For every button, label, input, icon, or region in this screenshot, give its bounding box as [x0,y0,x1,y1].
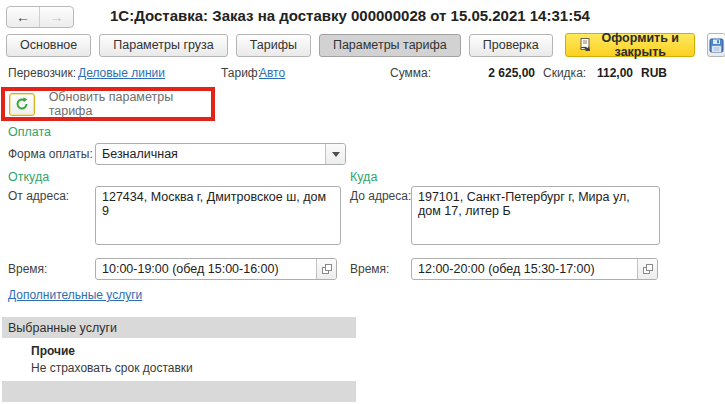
section-to: Куда [350,170,377,184]
selected-services-header-label: Выбранные услуги [8,321,117,335]
to-address-textarea[interactable]: 197101, Санкт-Петербург г, Мира ул, дом … [411,186,660,245]
refresh-tariff-label[interactable]: Обновить параметры тарифа [49,90,211,118]
services-footer-bar [2,381,356,402]
from-address-label: От адреса: [8,189,69,203]
from-time-field [95,258,337,280]
post-document-icon [578,38,593,52]
floppy-disk-icon [709,38,724,53]
sum-label: Сумма: [390,66,431,80]
payment-form-input[interactable] [96,144,325,164]
discount-value: 112,00 [560,66,633,80]
back-arrow-icon[interactable]: ← [7,7,40,27]
to-time-field [411,258,658,280]
refresh-icon [15,97,29,111]
section-from: Откуда [8,170,49,184]
tab-parametry-gruza[interactable]: Параметры груза [99,34,227,57]
submit-button-label: Оформить и закрыть [599,31,682,59]
selected-services-header: Выбранные услуги [2,317,356,338]
open-icon [322,264,332,274]
save-button[interactable] [707,33,725,57]
dropdown-button[interactable] [325,144,345,164]
tariff-label: Тариф: [221,66,261,80]
page-title: 1С:Доставка: Заказ на доставку 000000028… [110,7,590,24]
sum-value: 2 625,00 [445,66,535,80]
to-time-label: Время: [350,262,389,276]
from-time-label: Время: [8,262,47,276]
red-highlight-box: Обновить параметры тарифа [1,87,215,121]
open-icon [643,264,653,274]
tariff-link[interactable]: Авто [259,66,285,80]
carrier-link[interactable]: Деловые линии [78,66,165,80]
chevron-down-icon [332,152,340,157]
open-icon-button[interactable] [637,259,657,279]
refresh-tariff-button[interactable] [9,93,35,116]
to-address-label: До адреса: [350,189,411,203]
command-bar: Основное Параметры груза Тарифы Параметр… [6,33,725,57]
tab-tarify[interactable]: Тарифы [236,34,311,57]
tab-proverka[interactable]: Проверка [469,34,553,57]
from-time-input[interactable] [96,259,316,279]
submit-and-close-button[interactable]: Оформить и закрыть [565,33,695,57]
service-group-label: Прочие [31,344,75,358]
to-time-input[interactable] [412,259,637,279]
payment-form-label: Форма оплаты: [8,147,93,161]
payment-form-field [95,143,346,165]
section-payment: Оплата [8,125,51,139]
forward-arrow-icon[interactable]: → [40,7,73,27]
tab-parametry-tarifa[interactable]: Параметры тарифа [319,34,461,57]
currency-label: RUB [641,66,667,80]
carrier-label: Перевозчик: [8,66,76,80]
extra-services-link[interactable]: Дополнительные услуги [8,288,142,302]
delivery-order-window: ← → 1С:Доставка: Заказ на доставку 00000… [0,0,725,404]
service-item-label: Не страховать срок доставки [31,361,193,375]
tab-osnovnoe[interactable]: Основное [6,34,91,57]
open-icon-button[interactable] [316,259,336,279]
from-address-textarea[interactable]: 127434, Москва г, Дмитровское ш, дом 9 [95,186,341,245]
history-nav: ← → [6,6,74,28]
